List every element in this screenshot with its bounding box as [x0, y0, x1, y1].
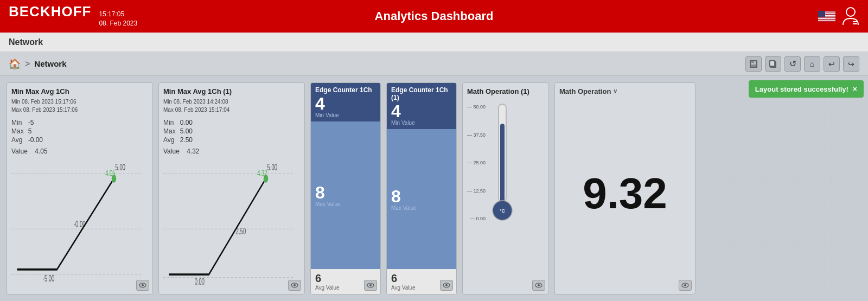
- header-title: Analytics Dashboard: [375, 9, 494, 23]
- widget-minmax2-stats: Min0.00 Max5.00 Avg2.50 Value 4.32: [163, 118, 300, 155]
- svg-text:4.05: 4.05: [105, 169, 115, 178]
- math2-dropdown-icon[interactable]: ∨: [613, 88, 617, 95]
- svg-point-39: [445, 284, 448, 286]
- widget-math2-value: 9.32: [559, 98, 691, 290]
- widget-edge1-top: Edge Counter 1Ch 4 Min Value: [311, 83, 380, 121]
- header-datetime: 15:17:05 08. Feb 2023: [99, 10, 137, 28]
- breadcrumb-bar: 🏠 > Network ↺ ⌂ ↩ ↪: [0, 52, 868, 76]
- widget-edge1-eye[interactable]: [364, 280, 377, 291]
- widget-minmax2-chart: 5.00 2.50 4.32 0.00: [163, 158, 300, 290]
- svg-rect-48: [701, 82, 861, 294]
- sub-header: Network: [0, 33, 868, 52]
- widget-edge2-mid-value: 8: [391, 188, 452, 205]
- widget-minmax2-dates: Min 08. Feb 2023 14:24:08 Max 08. Feb 20…: [163, 98, 300, 114]
- widget-edge2-title: Edge Counter 1Ch (1): [391, 86, 452, 101]
- svg-rect-5: [818, 18, 835, 20]
- widget-edge2-eye[interactable]: [440, 280, 453, 291]
- widget-math2-eye[interactable]: [679, 280, 692, 291]
- widget-edge1-min-label: Min Value: [315, 112, 376, 118]
- widget-minmax2-eye[interactable]: [288, 280, 301, 291]
- thermo-scale: — 50.00 — 37.50 — 25.00 — 12.50 — 0.00: [467, 102, 486, 221]
- svg-point-35: [293, 284, 296, 286]
- widget-edge2-max-label: Max Value: [391, 205, 452, 211]
- svg-point-37: [369, 284, 372, 286]
- widget-edge1-mid-value: 8: [315, 184, 376, 201]
- redo-button[interactable]: ↪: [843, 56, 859, 72]
- widget-edge2-min-label: Min Value: [391, 120, 452, 126]
- toast-notification: Layout stored successfully! ×: [749, 80, 864, 98]
- toolbar-right: ↺ ⌂ ↩ ↪: [745, 56, 859, 72]
- widget-edge2-middle: 8 Max Value: [387, 129, 456, 269]
- widget-edge2: Edge Counter 1Ch (1) 4 Min Value 8 Max V…: [386, 82, 457, 294]
- logo-text: BECKHOFF: [9, 4, 91, 18]
- widget-minmax2: Min Max Avg 1Ch (1) Min 08. Feb 2023 14:…: [158, 82, 305, 294]
- main-content: Layout stored successfully! × Min Max Av…: [0, 76, 868, 301]
- widget-minmax2-title: Min Max Avg 1Ch (1): [163, 87, 300, 95]
- empty-grid-area: [701, 82, 861, 294]
- widget-math2-title: Math Operation ∨: [559, 87, 691, 95]
- svg-point-25: [142, 284, 144, 286]
- thermometer-svg: °C: [489, 102, 516, 227]
- flag-icon[interactable]: [818, 11, 835, 22]
- svg-rect-15: [770, 61, 775, 66]
- svg-text:-5.00: -5.00: [43, 273, 55, 283]
- widget-minmax1-chart: 5.00 -0.00 4.05 -5.00: [11, 158, 148, 290]
- svg-point-45: [538, 284, 540, 286]
- svg-rect-12: [751, 61, 754, 63]
- svg-point-47: [684, 284, 686, 286]
- home-button[interactable]: ⌂: [804, 56, 820, 72]
- sub-header-title: Network: [9, 37, 43, 47]
- breadcrumb-label: Network: [34, 59, 66, 68]
- widget-minmax1: Min Max Avg 1Ch Min 08. Feb 2023 15:17:0…: [7, 82, 153, 294]
- toast-close-button[interactable]: ×: [853, 85, 857, 93]
- widget-edge2-top: Edge Counter 1Ch (1) 4 Min Value: [387, 83, 456, 129]
- svg-rect-7: [818, 11, 825, 17]
- logo-area: BECKHOFF 15:17:05 08. Feb 2023: [9, 4, 137, 28]
- widget-edge1: Edge Counter 1Ch 4 Min Value 8 Max Value…: [310, 82, 381, 294]
- widget-edge2-top-value: 4: [391, 103, 452, 120]
- widget-minmax1-title: Min Max Avg 1Ch: [11, 87, 148, 95]
- undo-button[interactable]: ↩: [824, 56, 840, 72]
- svg-text:5.00: 5.00: [116, 163, 126, 172]
- copy-button[interactable]: [765, 56, 781, 72]
- svg-text:0.00: 0.00: [195, 277, 205, 286]
- widget-math1-title: Math Operation (1): [467, 87, 544, 95]
- widget-math1-eye[interactable]: [532, 280, 545, 291]
- header: BECKHOFF 15:17:05 08. Feb 2023 Analytics…: [0, 0, 868, 33]
- breadcrumb-separator: >: [25, 59, 30, 69]
- grid-lines: [701, 82, 861, 294]
- widget-math2: Math Operation ∨ 9.32: [554, 82, 695, 294]
- svg-rect-6: [818, 20, 835, 21]
- svg-text:5.00: 5.00: [267, 163, 278, 172]
- refresh-button[interactable]: ↺: [784, 56, 801, 72]
- save-button[interactable]: [745, 56, 762, 72]
- widget-minmax1-dates: Min 08. Feb 2023 15:17:06 Max 08. Feb 20…: [11, 98, 148, 114]
- widget-minmax1-eye[interactable]: [136, 280, 149, 291]
- home-icon[interactable]: 🏠: [9, 58, 21, 70]
- svg-rect-13: [751, 65, 756, 67]
- header-icons: [818, 7, 859, 26]
- user-icon[interactable]: [842, 7, 859, 26]
- widget-edge1-top-value: 4: [315, 95, 376, 112]
- widget-minmax1-stats: Min-5 Max5 Avg-0.00 Value 4.05: [11, 118, 148, 155]
- svg-rect-41: [500, 124, 505, 202]
- widget-edge1-middle: 8 Max Value: [311, 121, 380, 269]
- widget-edge1-title: Edge Counter 1Ch: [315, 86, 376, 94]
- widget-math1: Math Operation (1) — 50.00 — 37.50 — 25.…: [462, 82, 549, 294]
- svg-text:°C: °C: [500, 208, 506, 214]
- svg-text:4.32: 4.32: [257, 169, 267, 178]
- toast-message: Layout stored successfully!: [755, 85, 848, 93]
- widget-edge1-max-label: Max Value: [315, 201, 376, 207]
- svg-point-8: [846, 8, 855, 16]
